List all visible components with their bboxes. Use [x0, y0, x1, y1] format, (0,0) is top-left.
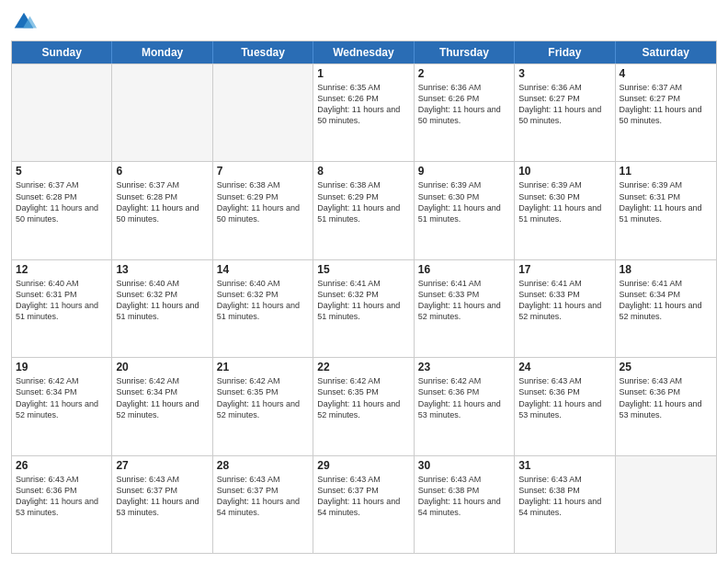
calendar-cell: 7Sunrise: 6:38 AM Sunset: 6:29 PM Daylig… [213, 162, 313, 259]
calendar-row-5: 26Sunrise: 6:43 AM Sunset: 6:36 PM Dayli… [12, 455, 716, 553]
day-number: 9 [418, 165, 510, 178]
cell-info: Sunrise: 6:41 AM Sunset: 6:34 PM Dayligh… [620, 278, 712, 323]
calendar-cell: 13Sunrise: 6:40 AM Sunset: 6:32 PM Dayli… [112, 260, 212, 357]
day-number: 6 [116, 165, 208, 178]
calendar-row-3: 12Sunrise: 6:40 AM Sunset: 6:31 PM Dayli… [12, 259, 716, 357]
calendar-cell: 2Sunrise: 6:36 AM Sunset: 6:26 PM Daylig… [415, 64, 515, 161]
day-number: 8 [317, 165, 409, 178]
cell-info: Sunrise: 6:43 AM Sunset: 6:36 PM Dayligh… [620, 375, 712, 420]
day-number: 30 [418, 459, 510, 472]
day-number: 20 [116, 361, 208, 373]
cell-info: Sunrise: 6:43 AM Sunset: 6:36 PM Dayligh… [16, 474, 108, 519]
logo-icon [11, 9, 37, 35]
cell-info: Sunrise: 6:43 AM Sunset: 6:38 PM Dayligh… [418, 474, 510, 519]
cell-info: Sunrise: 6:37 AM Sunset: 6:27 PM Dayligh… [620, 82, 712, 127]
calendar-cell: 29Sunrise: 6:43 AM Sunset: 6:37 PM Dayli… [313, 456, 414, 553]
day-number: 7 [217, 165, 309, 178]
calendar: Sunday Monday Tuesday Wednesday Thursday… [11, 40, 717, 554]
day-number: 22 [317, 361, 409, 373]
calendar-cell [616, 456, 716, 553]
calendar-row-1: 1Sunrise: 6:35 AM Sunset: 6:26 PM Daylig… [12, 63, 716, 161]
day-number: 24 [518, 361, 610, 373]
header-tuesday: Tuesday [213, 41, 313, 63]
day-number: 21 [217, 361, 309, 373]
cell-info: Sunrise: 6:35 AM Sunset: 6:26 PM Dayligh… [317, 82, 409, 127]
calendar-cell: 1Sunrise: 6:35 AM Sunset: 6:26 PM Daylig… [313, 64, 414, 161]
calendar-cell [12, 64, 112, 161]
calendar-cell: 15Sunrise: 6:41 AM Sunset: 6:32 PM Dayli… [313, 260, 414, 357]
calendar-cell: 31Sunrise: 6:43 AM Sunset: 6:38 PM Dayli… [515, 456, 615, 553]
day-number: 14 [217, 263, 309, 276]
cell-info: Sunrise: 6:39 AM Sunset: 6:30 PM Dayligh… [418, 179, 510, 224]
cell-info: Sunrise: 6:42 AM Sunset: 6:35 PM Dayligh… [317, 375, 409, 420]
day-number: 4 [620, 67, 712, 80]
day-number: 27 [116, 459, 208, 472]
day-number: 18 [620, 263, 712, 276]
cell-info: Sunrise: 6:40 AM Sunset: 6:32 PM Dayligh… [116, 278, 208, 323]
calendar-cell: 24Sunrise: 6:43 AM Sunset: 6:36 PM Dayli… [515, 358, 615, 454]
header-sunday: Sunday [12, 41, 112, 63]
day-number: 12 [16, 263, 108, 276]
day-number: 29 [317, 459, 409, 472]
day-number: 11 [620, 165, 712, 178]
calendar-cell: 3Sunrise: 6:36 AM Sunset: 6:27 PM Daylig… [515, 64, 615, 161]
day-number: 13 [116, 263, 208, 276]
cell-info: Sunrise: 6:42 AM Sunset: 6:36 PM Dayligh… [418, 375, 510, 420]
day-number: 2 [418, 67, 510, 80]
cell-info: Sunrise: 6:40 AM Sunset: 6:32 PM Dayligh… [217, 278, 309, 323]
calendar-cell: 9Sunrise: 6:39 AM Sunset: 6:30 PM Daylig… [415, 162, 515, 259]
cell-info: Sunrise: 6:39 AM Sunset: 6:30 PM Dayligh… [518, 179, 610, 224]
calendar-cell: 26Sunrise: 6:43 AM Sunset: 6:36 PM Dayli… [12, 456, 112, 553]
calendar-cell [112, 64, 212, 161]
cell-info: Sunrise: 6:37 AM Sunset: 6:28 PM Dayligh… [116, 179, 208, 224]
calendar-cell: 27Sunrise: 6:43 AM Sunset: 6:37 PM Dayli… [112, 456, 212, 553]
day-number: 3 [518, 67, 610, 80]
logo [11, 9, 40, 35]
cell-info: Sunrise: 6:38 AM Sunset: 6:29 PM Dayligh… [217, 179, 309, 224]
cell-info: Sunrise: 6:42 AM Sunset: 6:34 PM Dayligh… [116, 375, 208, 420]
calendar-cell: 25Sunrise: 6:43 AM Sunset: 6:36 PM Dayli… [616, 358, 716, 454]
header-thursday: Thursday [415, 41, 515, 63]
cell-info: Sunrise: 6:43 AM Sunset: 6:37 PM Dayligh… [217, 474, 309, 519]
header-friday: Friday [515, 41, 615, 63]
calendar-cell: 14Sunrise: 6:40 AM Sunset: 6:32 PM Dayli… [213, 260, 313, 357]
cell-info: Sunrise: 6:41 AM Sunset: 6:33 PM Dayligh… [418, 278, 510, 323]
calendar-cell: 18Sunrise: 6:41 AM Sunset: 6:34 PM Dayli… [616, 260, 716, 357]
day-number: 15 [317, 263, 409, 276]
cell-info: Sunrise: 6:36 AM Sunset: 6:26 PM Dayligh… [418, 82, 510, 127]
cell-info: Sunrise: 6:41 AM Sunset: 6:33 PM Dayligh… [518, 278, 610, 323]
day-number: 16 [418, 263, 510, 276]
cell-info: Sunrise: 6:43 AM Sunset: 6:38 PM Dayligh… [518, 474, 610, 519]
cell-info: Sunrise: 6:40 AM Sunset: 6:31 PM Dayligh… [16, 278, 108, 323]
cell-info: Sunrise: 6:38 AM Sunset: 6:29 PM Dayligh… [317, 179, 409, 224]
header-monday: Monday [112, 41, 212, 63]
calendar-cell: 5Sunrise: 6:37 AM Sunset: 6:28 PM Daylig… [12, 162, 112, 259]
header-saturday: Saturday [616, 41, 716, 63]
calendar-cell: 11Sunrise: 6:39 AM Sunset: 6:31 PM Dayli… [616, 162, 716, 259]
day-number: 10 [518, 165, 610, 178]
calendar-cell: 19Sunrise: 6:42 AM Sunset: 6:34 PM Dayli… [12, 358, 112, 454]
calendar-cell: 16Sunrise: 6:41 AM Sunset: 6:33 PM Dayli… [415, 260, 515, 357]
day-number: 1 [317, 67, 409, 80]
day-number: 26 [16, 459, 108, 472]
cell-info: Sunrise: 6:37 AM Sunset: 6:28 PM Dayligh… [16, 179, 108, 224]
calendar-cell: 28Sunrise: 6:43 AM Sunset: 6:37 PM Dayli… [213, 456, 313, 553]
page: Sunday Monday Tuesday Wednesday Thursday… [0, 0, 728, 563]
day-number: 5 [16, 165, 108, 178]
day-number: 28 [217, 459, 309, 472]
day-number: 17 [518, 263, 610, 276]
calendar-body: 1Sunrise: 6:35 AM Sunset: 6:26 PM Daylig… [12, 63, 716, 553]
calendar-cell: 22Sunrise: 6:42 AM Sunset: 6:35 PM Dayli… [313, 358, 414, 454]
calendar-cell: 8Sunrise: 6:38 AM Sunset: 6:29 PM Daylig… [313, 162, 414, 259]
cell-info: Sunrise: 6:42 AM Sunset: 6:34 PM Dayligh… [16, 375, 108, 420]
calendar-cell: 21Sunrise: 6:42 AM Sunset: 6:35 PM Dayli… [213, 358, 313, 454]
calendar-header: Sunday Monday Tuesday Wednesday Thursday… [12, 41, 716, 63]
day-number: 19 [16, 361, 108, 373]
header [11, 9, 717, 35]
calendar-cell: 17Sunrise: 6:41 AM Sunset: 6:33 PM Dayli… [515, 260, 615, 357]
day-number: 23 [418, 361, 510, 373]
cell-info: Sunrise: 6:43 AM Sunset: 6:36 PM Dayligh… [518, 375, 610, 420]
calendar-cell: 20Sunrise: 6:42 AM Sunset: 6:34 PM Dayli… [112, 358, 212, 454]
calendar-cell [213, 64, 313, 161]
day-number: 31 [518, 459, 610, 472]
